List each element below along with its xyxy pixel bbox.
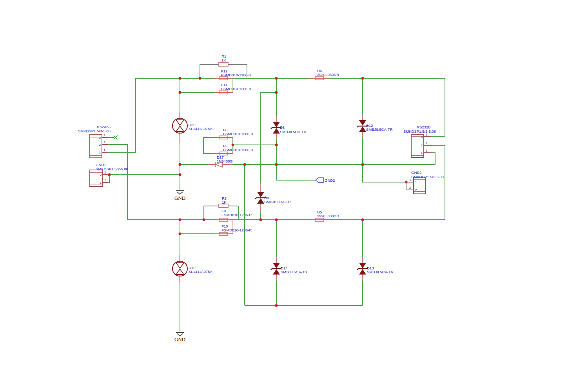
- component-value-label: FSMD010-1206-R: [223, 132, 253, 136]
- junction-dot: [275, 77, 278, 80]
- junction-dot: [361, 219, 364, 221]
- junction-dot: [275, 144, 278, 146]
- pin-number: 1: [104, 179, 106, 182]
- junction-dot: [179, 173, 181, 176]
- net-wire: [203, 137, 215, 154]
- component-value-label: SL1411A075A: [189, 269, 212, 274]
- net-label-text: GND2: [325, 178, 335, 182]
- pin-number: 2: [100, 173, 102, 177]
- net-wires[interactable]: [108, 64, 445, 331]
- pin-number: 2: [415, 188, 417, 192]
- component-d8[interactable]: D8 SMBJ8.5CA-TR: [255, 184, 291, 211]
- component-r1[interactable]: R1 1K: [200, 54, 247, 66]
- component-value-label: SMKDSP1.5/3-5.08: [403, 129, 436, 134]
- pin-number: 1: [415, 181, 417, 184]
- component-name-label: D5: [280, 125, 285, 130]
- pin-number: 2: [103, 141, 105, 144]
- component-value-label: FSMD010-1206-R: [221, 73, 251, 77]
- component-d12[interactable]: D12 SMBJ8.5CA-TR: [357, 114, 393, 138]
- component-r3[interactable]: R3 1K: [204, 196, 238, 208]
- component-value-label: SL1411A075A: [189, 126, 212, 131]
- pin-number: 2: [421, 144, 423, 147]
- net-label-gnd2[interactable]: GND2: [316, 178, 335, 182]
- component-value-label: 1N5408G: [217, 159, 233, 163]
- component-value-label: FSMD010-1206-R: [221, 87, 251, 91]
- component-value-label: FSMD010-1206-R: [223, 148, 253, 152]
- component-value-label: SMBJ8.5CA-TR: [366, 127, 393, 132]
- component-d19[interactable]: D19 SL1411A075A: [172, 255, 212, 283]
- component-value-label: FSMD010-1206-R: [221, 228, 252, 232]
- no-connect-icon: [114, 135, 118, 139]
- pin-number: 1: [409, 178, 411, 182]
- schematic-page: R1 1K F12 FSMD010-1206-R F11 FSMD010-120…: [0, 0, 588, 392]
- junction-dot: [179, 163, 181, 166]
- junction-dot: [361, 163, 364, 166]
- component-value-label: 2920L030DR: [317, 214, 339, 218]
- pin-number: 3: [103, 134, 105, 137]
- schematic-canvas[interactable]: R1 1K F12 FSMD010-1206-R F11 FSMD010-120…: [0, 0, 588, 392]
- resistor-body: [219, 204, 228, 208]
- pin-number: 3: [421, 135, 423, 139]
- gnd-icon: [176, 191, 184, 194]
- component-value-label: 1K: [222, 200, 227, 204]
- component-d14[interactable]: D14 SMBJ8.5CA-TR: [271, 257, 307, 280]
- junction-dot: [179, 77, 181, 80]
- component-d5[interactable]: D5 SMBJ8.5CA-TR: [271, 116, 307, 139]
- component-value-label: 1K: [221, 58, 226, 62]
- pin-number: 2: [409, 186, 411, 190]
- junction-dot: [232, 144, 234, 146]
- component-value-label: SMBJ8.5CA-TR: [367, 270, 394, 274]
- resistor-body: [219, 63, 228, 66]
- component-name-label: RS232A: [97, 125, 111, 129]
- net-wire: [261, 92, 276, 184]
- component-d27[interactable]: D27 1N5408G: [207, 155, 233, 167]
- junction-dot: [108, 173, 111, 176]
- component-name-label: RS232B: [417, 125, 430, 129]
- component-f6[interactable]: F6 FSMD010-1206-R: [214, 128, 253, 139]
- component-value-label: SMKDSP1.5/3-5.08: [78, 129, 111, 133]
- component-value-label: SMKDSP1.5/2-5.08: [411, 175, 444, 179]
- gnd-label: GND: [174, 195, 185, 201]
- component-rs232a[interactable]: RS232A SMKDSP1.5/3-5.08 3 2 1 3 2 1: [78, 125, 118, 158]
- junction-dot: [179, 91, 181, 94]
- pin-number: 1: [103, 148, 105, 152]
- gnd-symbol-top[interactable]: GND: [174, 191, 185, 201]
- component-value-label: 2920L030DR: [317, 72, 339, 77]
- pin-number: 2: [426, 141, 428, 145]
- gnd-icon: [176, 332, 184, 336]
- gnd-symbol-bottom[interactable]: GND: [174, 332, 185, 342]
- net-wire: [276, 164, 316, 180]
- component-f10[interactable]: F10 FSMD010-1206-R: [214, 220, 252, 235]
- net-flag-icon: [316, 178, 323, 182]
- component-value-label: SMKDSP1.5/2-5.08: [96, 167, 128, 171]
- gnd-label: GND: [174, 336, 185, 342]
- component-gnd2-connector[interactable]: GND2 SMKDSP1.5/2-5.08 1 2 1 2: [408, 170, 444, 194]
- junction-dot: [275, 304, 278, 307]
- pin-number: 2: [104, 171, 106, 174]
- junction-dot: [275, 219, 278, 221]
- junction-dot: [361, 77, 364, 80]
- junction-dot: [243, 163, 246, 166]
- component-rs232b[interactable]: RS232B SMKDSP1.5/3-5.08 3 2 1 3 2 1: [403, 125, 436, 157]
- component-value-label: SMBJ8.5CA-TR: [264, 200, 291, 204]
- pin-number: 1: [421, 151, 423, 155]
- pin-number: 2: [99, 143, 101, 146]
- component-f11[interactable]: F11 FSMD010-1206-R: [214, 83, 251, 94]
- junction-dot: [275, 163, 278, 166]
- junction-dot: [179, 219, 181, 221]
- junction-dot: [179, 233, 181, 235]
- component-d20[interactable]: D20 SL1411A075A: [172, 112, 212, 143]
- component-value-label: SMBJ8.5CA-TR: [280, 130, 307, 134]
- component-name-label: GND1: [96, 163, 106, 167]
- pin-number: 3: [426, 133, 428, 136]
- net-wire: [108, 145, 127, 220]
- junction-dot: [203, 219, 205, 221]
- pin-number: 3: [99, 136, 101, 139]
- pin-number: 1: [100, 181, 102, 184]
- junction-dot: [405, 181, 408, 184]
- junction-dot: [260, 219, 262, 221]
- junction-dot: [275, 91, 278, 94]
- connector-pin-stub: [424, 137, 431, 153]
- component-d13[interactable]: D13 SMBJ8.5CA-TR: [357, 257, 394, 280]
- component-value-label: SMBJ8.5CA-TR: [281, 270, 307, 274]
